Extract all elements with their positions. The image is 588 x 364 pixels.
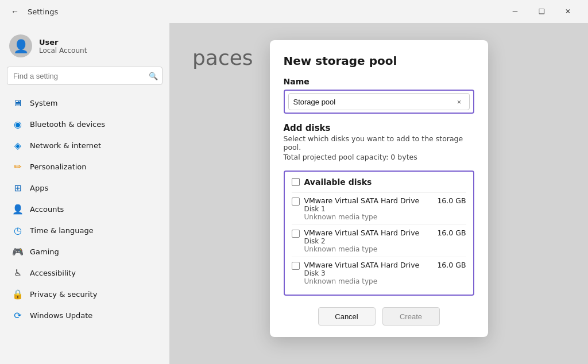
sidebar-item-label: Accounts [30, 205, 64, 214]
sidebar-item-label: Network & internet [30, 141, 101, 150]
sidebar-item-gaming[interactable]: 🎮 Gaming [3, 241, 166, 262]
disk-size-3: 16.0 GB [437, 261, 466, 269]
sidebar-item-network[interactable]: ◈ Network & internet [3, 135, 166, 156]
accounts-icon: 👤 [13, 204, 23, 214]
time-icon: ◷ [13, 225, 23, 235]
available-disks-box: Available disks VMware Virtual SATA Hard… [284, 171, 474, 296]
create-button[interactable]: Create [382, 307, 440, 326]
sidebar-item-label: Apps [30, 184, 48, 192]
avatar-icon: 👤 [13, 39, 29, 53]
search-input[interactable] [7, 67, 163, 85]
sidebar-item-label: Windows Update [30, 311, 92, 320]
bluetooth-icon: ◉ [13, 119, 23, 129]
disk-label-1: Disk 1 [304, 205, 466, 213]
new-storage-pool-dialog: New storage pool Name × Add di [270, 40, 488, 337]
sidebar-item-personalization[interactable]: ✏ Personalization [3, 156, 166, 177]
name-input[interactable] [293, 98, 454, 106]
disk-checkbox-3[interactable] [292, 262, 300, 270]
add-disks-section: Add disks Select which disks you want to… [284, 123, 474, 161]
content-area: paces New storage pool Name × [169, 23, 588, 364]
sidebar-item-label: Time & language [30, 226, 94, 235]
user-name: User [39, 38, 87, 47]
dialog-overlay: New storage pool Name × Add di [169, 23, 588, 364]
user-section: 👤 User Local Account [0, 28, 169, 67]
accessibility-icon: ♿ [13, 268, 23, 278]
back-icon: ← [11, 7, 19, 16]
disk-label-2: Disk 2 [304, 237, 466, 245]
available-disks-label: Available disks [304, 177, 372, 187]
disk-drive-name-3: VMware Virtual SATA Hard Drive [304, 261, 420, 269]
sidebar-item-label: Personalization [30, 162, 87, 171]
sidebar-item-system[interactable]: 🖥 System [3, 92, 166, 113]
disk-item-2: VMware Virtual SATA Hard Drive 16.0 GB D… [292, 224, 466, 257]
privacy-icon: 🔒 [13, 289, 23, 299]
sidebar-item-time[interactable]: ◷ Time & language [3, 220, 166, 241]
disk-media-type-2: Unknown media type [304, 245, 466, 253]
sidebar-item-privacy[interactable]: 🔒 Privacy & security [3, 284, 166, 304]
back-button[interactable]: ← [7, 3, 23, 20]
disk-list: VMware Virtual SATA Hard Drive 16.0 GB D… [292, 192, 466, 289]
disk-item-1: VMware Virtual SATA Hard Drive 16.0 GB D… [292, 192, 466, 224]
update-icon: ⟳ [13, 310, 23, 320]
disk-label-3: Disk 3 [304, 269, 466, 277]
sidebar-item-bluetooth[interactable]: ◉ Bluetooth & devices [3, 114, 166, 134]
select-all-checkbox[interactable] [292, 178, 300, 186]
add-disks-desc: Select which disks you want to add to th… [284, 134, 474, 152]
title-bar: ← Settings ─ ❑ ✕ [0, 0, 588, 23]
sidebar-item-apps[interactable]: ⊞ Apps [3, 177, 166, 198]
sidebar-item-accounts[interactable]: 👤 Accounts [3, 199, 166, 219]
sidebar-item-label: Accessibility [30, 269, 76, 277]
user-account-type: Local Account [39, 47, 87, 55]
nav-list: 🖥 System ◉ Bluetooth & devices ◈ Network… [0, 92, 169, 326]
sidebar: 👤 User Local Account 🔍 🖥 System ◉ Blueto… [0, 23, 169, 364]
apps-icon: ⊞ [13, 183, 23, 193]
dialog-title: New storage pool [284, 54, 474, 68]
close-button[interactable]: ✕ [555, 2, 581, 21]
capacity-label: Total projected pool capacity: 0 bytes [284, 153, 474, 161]
search-box: 🔍 [7, 67, 163, 85]
avatar: 👤 [9, 34, 32, 57]
gaming-icon: 🎮 [13, 246, 23, 257]
disk-drive-name-1: VMware Virtual SATA Hard Drive [304, 196, 420, 205]
disk-info-2: VMware Virtual SATA Hard Drive 16.0 GB D… [304, 229, 466, 253]
system-icon: 🖥 [13, 98, 23, 108]
name-clear-button[interactable]: × [454, 96, 465, 107]
name-field-group: Name × [284, 77, 474, 114]
sidebar-item-label: Bluetooth & devices [30, 120, 105, 129]
available-disks-header: Available disks [292, 177, 466, 187]
sidebar-item-update[interactable]: ⟳ Windows Update [3, 305, 166, 326]
sidebar-item-label: System [30, 99, 57, 107]
name-field-outline: × [284, 90, 474, 114]
name-input-row: × [288, 93, 470, 110]
minimize-button[interactable]: ─ [502, 2, 528, 21]
sidebar-item-label: Gaming [30, 247, 59, 256]
disk-info-3: VMware Virtual SATA Hard Drive 16.0 GB D… [304, 261, 466, 285]
disk-info-1: VMware Virtual SATA Hard Drive 16.0 GB D… [304, 196, 466, 221]
dialog-footer: Cancel Create [284, 307, 474, 326]
restore-button[interactable]: ❑ [528, 2, 555, 21]
add-disks-title: Add disks [284, 123, 474, 133]
name-label: Name [284, 77, 474, 86]
disk-size-1: 16.0 GB [437, 196, 466, 205]
personalization-icon: ✏ [13, 161, 23, 172]
disk-item-3: VMware Virtual SATA Hard Drive 16.0 GB D… [292, 257, 466, 289]
network-icon: ◈ [13, 140, 23, 150]
sidebar-item-label: Privacy & security [30, 290, 97, 299]
disk-checkbox-1[interactable] [292, 198, 300, 206]
disk-checkbox-2[interactable] [292, 230, 300, 238]
disk-size-2: 16.0 GB [437, 229, 466, 237]
cancel-button[interactable]: Cancel [318, 307, 376, 326]
disk-media-type-1: Unknown media type [304, 213, 466, 221]
search-icon: 🔍 [149, 72, 158, 80]
disk-drive-name-2: VMware Virtual SATA Hard Drive [304, 229, 420, 237]
disk-media-type-3: Unknown media type [304, 277, 466, 285]
window-title: Settings [28, 7, 58, 16]
window-controls: ─ ❑ ✕ [502, 2, 581, 21]
sidebar-item-accessibility[interactable]: ♿ Accessibility [3, 262, 166, 283]
